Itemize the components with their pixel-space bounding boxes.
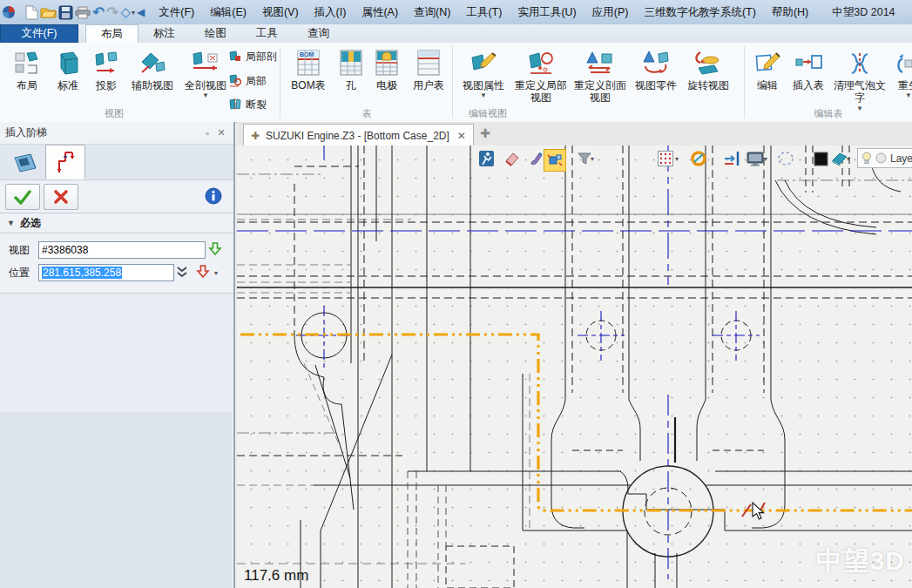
ribbon-group-table: BOM BOM表 孔 电极 用户表 表	[280, 43, 453, 122]
ribbon: 布局 标准 投影 辅助视图 全剖视图 ▼ 局部剖	[0, 43, 912, 123]
grid-dropdown-icon[interactable]: ▾	[675, 155, 679, 163]
display-dropdown-icon[interactable]: ▾	[764, 155, 767, 163]
position-input[interactable]: 281.615,385.258	[38, 264, 174, 281]
view-input[interactable]: #3386038	[38, 241, 206, 259]
new-tab-button[interactable]: ✚	[477, 126, 493, 142]
tab-close-icon[interactable]: ✕	[457, 130, 466, 142]
regenerate-button[interactable]: 重生 ▼	[889, 45, 912, 99]
redefine-detail-view-icon	[527, 45, 555, 77]
ok-button[interactable]	[5, 184, 40, 210]
view-pick-button[interactable]	[207, 241, 223, 257]
panel-close-icon[interactable]: ✕	[214, 127, 228, 139]
edit-button[interactable]: 编辑	[748, 45, 787, 91]
group-label-view: 视图	[0, 107, 228, 120]
ribbon-tab-tools[interactable]: 工具	[241, 24, 293, 43]
auxiliary-view-icon	[138, 45, 166, 77]
rotate-view-button[interactable]: 旋转视图	[683, 45, 733, 91]
redefine-detail-view-button[interactable]: 重定义局部视图	[512, 45, 570, 105]
panel-tab-view[interactable]	[5, 148, 45, 179]
color-swatch-icon[interactable]	[811, 149, 830, 168]
redefine-section-view-icon	[585, 45, 615, 77]
save-icon[interactable]	[58, 3, 73, 22]
detail-view-button[interactable]: 局部	[228, 72, 267, 90]
document-tab[interactable]: ✚ SUZUKI Engine.Z3 - [Bottom Case_2D] ✕	[243, 124, 474, 146]
view-attributes-button[interactable]: 视图属性 ▼	[458, 45, 509, 99]
broken-view-icon	[228, 98, 242, 112]
insert-table-button[interactable]: 插入表	[787, 45, 830, 91]
layer-name: Layer0	[890, 152, 912, 165]
required-section-label: 必选	[20, 216, 41, 231]
menu-view[interactable]: 视图(V)	[254, 0, 307, 24]
standard-view-button[interactable]: 标准	[49, 45, 87, 91]
bom-table-button[interactable]: BOM BOM表	[286, 45, 331, 91]
auxiliary-view-button[interactable]: 辅助视图	[125, 45, 179, 91]
open-file-icon[interactable]	[40, 3, 57, 22]
step-line-icon	[52, 149, 78, 175]
view-orientation-icon[interactable]: ◇▾	[121, 3, 136, 22]
undo-icon[interactable]: ↶	[92, 3, 105, 22]
menu-edit[interactable]: 编辑(E)	[202, 0, 254, 24]
menu-file[interactable]: 文件(F)	[151, 0, 202, 24]
electrode-table-button[interactable]: 电极	[368, 45, 406, 91]
full-section-view-button[interactable]: 全剖视图 ▼	[179, 45, 232, 99]
ribbon-file-tab[interactable]: 文件(F)	[0, 24, 78, 43]
required-section-header[interactable]: ▼ 必选	[0, 213, 233, 233]
align-tool-icon[interactable]	[722, 149, 741, 168]
view-attributes-icon	[470, 45, 497, 77]
drawing-canvas[interactable]: ▾ ▾ ▾ ▾ Layer0 117.6 mm 中望3D	[237, 145, 912, 588]
clean-balloon-text-button[interactable]: 清理气泡文字 ▼	[832, 45, 888, 112]
menu-insert[interactable]: 插入(I)	[307, 0, 355, 24]
cancel-button[interactable]	[44, 184, 78, 210]
ribbon-tab-layout[interactable]: 布局	[85, 24, 138, 43]
broken-view-button[interactable]: 断裂	[228, 96, 267, 113]
detail-view-label: 局部	[246, 74, 267, 89]
view-attributes-dropdown-icon[interactable]: ▼	[480, 92, 487, 99]
menu-tools[interactable]: 工具(T)	[458, 0, 510, 24]
ribbon-tab-inquire[interactable]: 查询	[293, 24, 344, 43]
lasso-tool-icon[interactable]	[776, 149, 795, 168]
layer-combo[interactable]: Layer0	[857, 148, 912, 168]
view-mode-tool-icon-active[interactable]	[544, 149, 566, 172]
print-icon[interactable]	[75, 3, 91, 22]
menu-utilities[interactable]: 实用工具(U)	[510, 0, 584, 24]
panel-tab-step-line[interactable]	[45, 145, 85, 179]
filter-dropdown-icon[interactable]: ▾	[591, 155, 594, 163]
app-logo-icon	[1, 3, 17, 22]
menu-help[interactable]: 帮助(H)	[764, 0, 816, 24]
regenerate-dropdown-icon[interactable]: ▼	[905, 92, 912, 99]
panel-restore-icon[interactable]: ▫	[200, 128, 214, 139]
display-tool-icon[interactable]	[746, 149, 765, 168]
projection-button[interactable]: 投影	[87, 45, 125, 91]
erase-dropdown-icon[interactable]: ▾	[847, 155, 850, 163]
collapse-triangle-icon: ▼	[7, 219, 15, 227]
menu-applications[interactable]: 应用(P)	[584, 0, 637, 24]
ribbon-tab-annotate[interactable]: 标注	[138, 24, 190, 43]
user-table-button[interactable]: 用户表	[406, 45, 451, 91]
ring-tool-icon[interactable]	[689, 149, 708, 168]
hole-table-button[interactable]: 孔	[334, 45, 368, 91]
view-part-button[interactable]: 视图零件	[631, 45, 681, 91]
escape-tool-icon[interactable]	[476, 149, 496, 168]
layout-button[interactable]: 布局	[7, 45, 47, 91]
clean-balloon-text-label: 清理气泡文字	[833, 79, 887, 105]
bom-table-icon: BOM	[295, 45, 321, 77]
eraser-tool-icon[interactable]	[503, 149, 522, 168]
back-icon[interactable]: ◀	[137, 3, 145, 22]
position-pick-dropdown-icon[interactable]: ▾	[214, 269, 218, 277]
full-section-dropdown-icon[interactable]: ▼	[202, 92, 209, 99]
menu-3d-teaching-system[interactable]: 三维数字化教学系统(T)	[636, 0, 763, 24]
redo-icon[interactable]: ↷	[106, 3, 118, 22]
view-border-highlight	[240, 335, 912, 510]
position-pick-button[interactable]	[195, 264, 211, 280]
menu-attribute[interactable]: 属性(A)	[354, 0, 406, 24]
partial-section-button[interactable]: 局部剖	[228, 48, 277, 65]
expand-chevrons-icon[interactable]	[176, 266, 188, 278]
clean-balloon-text-icon	[847, 45, 873, 77]
redefine-section-view-button[interactable]: 重定义剖面视图	[571, 45, 629, 105]
new-file-icon[interactable]	[25, 3, 38, 22]
menu-inquire[interactable]: 查询(N)	[406, 0, 458, 24]
regenerate-label: 重生	[898, 79, 912, 91]
grid-snap-tool-icon[interactable]	[656, 149, 675, 168]
info-button[interactable]	[200, 184, 226, 208]
ribbon-tab-draw[interactable]: 绘图	[190, 24, 241, 43]
